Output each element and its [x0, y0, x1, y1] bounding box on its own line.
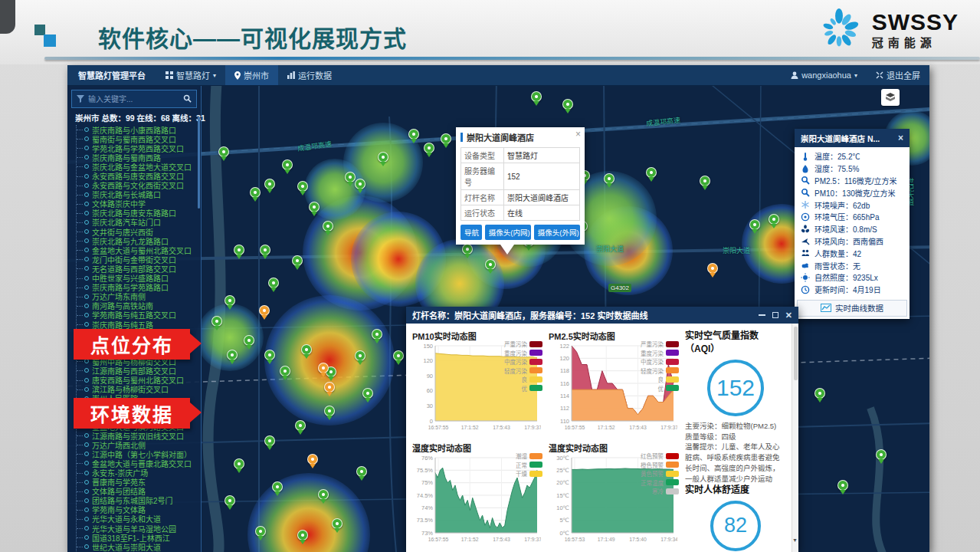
map-marker[interactable] — [769, 214, 779, 225]
camera-internal-button[interactable]: 摄像头(内网) — [485, 225, 531, 240]
map-marker[interactable] — [244, 335, 254, 346]
close-icon[interactable]: ✕ — [785, 310, 792, 320]
tree-item[interactable]: 团结路与东城国际2号门 — [77, 496, 201, 505]
map-marker[interactable] — [345, 172, 356, 182]
tree-item[interactable]: 唐安西路与蜀州北路交叉口 — [77, 376, 201, 385]
tree-item[interactable]: 崇庆南路与纯五路 — [77, 320, 201, 329]
tree-item[interactable]: 蜀南街与蜀南西路交叉口 — [77, 134, 201, 143]
search-input[interactable] — [88, 95, 179, 104]
map-marker[interactable] — [393, 350, 404, 361]
tree-item[interactable]: 崇庆南路与学苑路路口 — [77, 283, 201, 292]
tree-item[interactable]: 龙门中街与金带街交叉口 — [77, 255, 201, 264]
tree-item[interactable]: 世纪大道与崇阳大道 — [77, 542, 201, 551]
map-marker[interactable] — [378, 152, 388, 163]
map-marker[interactable] — [531, 91, 542, 102]
tree-item[interactable]: 江源中路（第七小学斜对面） — [77, 449, 201, 458]
tree-root-node[interactable]: 崇州市 总数：99 在线：68 离线：31 — [72, 112, 198, 123]
map-marker[interactable] — [260, 245, 270, 255]
map-marker[interactable] — [323, 221, 333, 232]
navigate-button[interactable]: 导航 — [461, 225, 482, 240]
tree-item[interactable]: 崇庆北路与唐安东路路口 — [77, 209, 201, 218]
tree-item[interactable]: 文体路与团结路 — [77, 487, 201, 496]
filter-icon[interactable] — [77, 92, 84, 106]
search-icon[interactable] — [183, 92, 192, 106]
tree-item[interactable]: 永安西路与文化西街交叉口 — [77, 181, 201, 190]
tree-item[interactable]: 万达广场西北侧 — [77, 440, 201, 449]
scrollbar-down-arrow[interactable]: ▼ — [792, 537, 798, 543]
tree-item[interactable]: 崇庆南路与蜀南西路 — [77, 153, 201, 162]
minimize-icon[interactable] — [759, 314, 765, 316]
tree-item[interactable]: 中胜世家与兴盛路路口 — [77, 274, 201, 283]
map-marker[interactable] — [356, 466, 367, 477]
map-marker[interactable] — [250, 187, 261, 198]
map-marker[interactable] — [462, 244, 473, 255]
nav-item-run-data[interactable]: 运行数据 — [278, 65, 341, 85]
map-canvas[interactable]: 成温邛高速成温邛高速崇阳大道崇阳大道崇阳大道世纪大道G4302 崇州市 总数：9… — [67, 86, 929, 552]
tree-item[interactable]: 学苑北路与学苑西路交叉口 — [77, 143, 201, 153]
map-marker[interactable] — [259, 305, 270, 316]
map-marker[interactable] — [264, 350, 275, 360]
map-marker[interactable] — [355, 350, 365, 361]
map-marker[interactable] — [292, 255, 303, 266]
map-marker[interactable] — [282, 159, 293, 170]
tree-item[interactable]: 江源南路与崇双旧线交叉口 — [77, 431, 201, 440]
tree-item[interactable]: 永安东-崇庆广场 — [77, 468, 201, 477]
tree-item[interactable]: 晋康南与学苑东 — [77, 478, 201, 487]
map-marker[interactable] — [355, 179, 365, 189]
map-marker[interactable] — [218, 146, 229, 157]
tree-item[interactable]: 国道318至F1-上林西江 — [77, 533, 201, 542]
map-marker[interactable] — [318, 363, 329, 373]
tree-item[interactable]: 江源南路与西部路交叉口 — [77, 366, 201, 375]
tree-item[interactable]: 金盆地大道与蜀州北路交叉口 — [77, 245, 201, 255]
map-marker[interactable] — [301, 344, 312, 355]
close-icon[interactable]: × — [898, 133, 903, 143]
map-marker[interactable] — [234, 458, 244, 469]
map-marker[interactable] — [362, 388, 373, 399]
map-marker[interactable] — [307, 454, 318, 465]
map-marker[interactable] — [225, 495, 235, 506]
map-marker[interactable] — [324, 382, 335, 393]
map-marker[interactable] — [324, 406, 335, 416]
map-marker[interactable] — [700, 176, 710, 186]
close-icon[interactable]: × — [575, 129, 581, 140]
tree-item[interactable]: 崇庆北路与长城路口 — [77, 190, 201, 199]
map-marker[interactable] — [264, 179, 275, 189]
tree-item[interactable]: 万达广场东南侧 — [77, 292, 201, 301]
sidebar-scrollbar[interactable] — [198, 117, 200, 209]
map-marker[interactable] — [225, 295, 235, 306]
tree-item[interactable]: 崇庆南路与小康西路路口 — [77, 125, 201, 134]
tree-item[interactable]: 金盆地大道与晋康北路交叉口 — [77, 458, 201, 468]
map-marker[interactable] — [646, 167, 657, 178]
map-marker[interactable] — [309, 202, 320, 212]
nav-item-city[interactable]: 崇州市 — [225, 65, 278, 85]
map-marker[interactable] — [372, 329, 382, 340]
maximize-icon[interactable] — [772, 312, 778, 318]
map-marker[interactable] — [297, 530, 308, 540]
tree-item[interactable]: 文井街与唐兴西街 — [77, 227, 201, 236]
map-marker[interactable] — [876, 449, 887, 460]
tree-item[interactable]: 文体路崇庆中学 — [77, 199, 201, 209]
panel-scrollbar[interactable]: ▼ — [792, 324, 798, 552]
map-marker[interactable] — [255, 526, 266, 537]
map-marker[interactable] — [562, 99, 573, 110]
tree-item[interactable]: 滨江路与杨柳街交叉口 — [77, 385, 201, 394]
map-marker[interactable] — [264, 435, 275, 446]
map-marker[interactable] — [234, 245, 244, 255]
map-marker[interactable] — [332, 518, 343, 529]
map-marker[interactable] — [272, 481, 283, 492]
realtime-curve-button[interactable]: 实时曲线数据 — [797, 300, 907, 317]
map-marker[interactable] — [318, 489, 329, 500]
map-marker[interactable] — [227, 350, 238, 360]
scrollbar-thumb[interactable] — [794, 327, 798, 380]
tree-item[interactable]: 永安西路与唐安西路交叉口 — [77, 171, 201, 180]
tree-item[interactable]: 学苑南与文体路 — [77, 505, 201, 514]
tree-item[interactable]: 无名道路与西部路交叉口 — [77, 264, 201, 273]
nav-item-smart-lights[interactable]: 智慧路灯 ▾ — [156, 65, 225, 85]
tree-item[interactable]: 崇庆北路汽车站门口 — [77, 218, 201, 227]
tree-item[interactable]: 崇庆北路与金盆地大道交叉口 — [77, 162, 201, 171]
map-marker[interactable] — [749, 219, 760, 230]
map-marker[interactable] — [268, 278, 279, 288]
tree-item[interactable]: 南河路与高铁站南 — [77, 301, 201, 310]
map-marker[interactable] — [211, 316, 222, 327]
map-3d-layers-button[interactable] — [881, 89, 900, 106]
